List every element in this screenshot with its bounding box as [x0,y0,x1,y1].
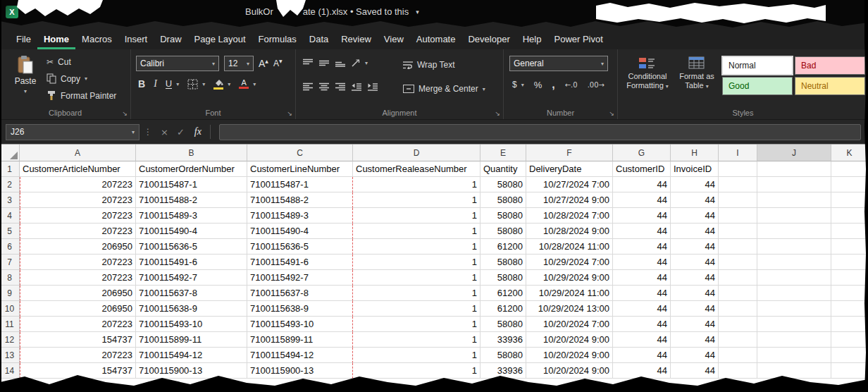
column-header-H[interactable]: H [671,145,719,161]
cell-H9[interactable]: 44 [671,286,719,301]
cell-E8[interactable]: 58080 [480,270,526,286]
cell-D7[interactable]: 1 [353,255,480,270]
italic-button[interactable]: I [154,78,157,90]
cell-C5[interactable]: 7100115490-4 [247,223,353,239]
cell-I6[interactable] [719,239,757,255]
cell-K13[interactable] [831,348,868,363]
tab-formulas[interactable]: Formulas [252,28,303,49]
cell-I1[interactable] [719,161,757,177]
cell-K7[interactable] [831,255,868,270]
tab-insert[interactable]: Insert [118,28,154,49]
cell-A5[interactable]: 207223 [20,223,136,239]
tab-page-layout[interactable]: Page Layout [188,28,252,49]
name-box[interactable]: J26 ▾ [6,124,140,140]
cell-K2[interactable] [831,177,868,192]
row-header-9[interactable]: 9 [0,286,20,301]
cell-J12[interactable] [757,332,831,348]
cell-G6[interactable]: 44 [613,239,671,255]
cell-H1[interactable]: InvoiceID [671,161,719,177]
row-header-14[interactable]: 14 [0,363,20,379]
cell-C1[interactable]: CustomerLineNumber [247,161,353,177]
cell-I4[interactable] [719,208,757,223]
cell-A2[interactable]: 207223 [20,177,136,192]
cell-B4[interactable]: 7100115489-3 [136,208,247,223]
tab-automate[interactable]: Automate [410,28,462,49]
cell-F12[interactable]: 10/20/2024 9:00 [526,332,613,348]
font-dialog-launcher-icon[interactable]: ↘ [287,110,292,117]
cell-H5[interactable]: 44 [671,223,719,239]
cell-K6[interactable] [831,239,868,255]
cell-D9[interactable]: 1 [353,286,480,301]
row-header-2[interactable]: 2 [0,177,20,192]
cell-C6[interactable]: 7100115636-5 [247,239,353,255]
cell-F6[interactable]: 10/28/2024 11:00 [526,239,613,255]
cell-A13[interactable]: 207223 [20,348,136,363]
row-header-11[interactable]: 11 [0,317,20,332]
cell-K9[interactable] [831,286,868,301]
cell-B5[interactable]: 7100115490-4 [136,223,247,239]
cell-F11[interactable]: 10/20/2024 7:00 [526,317,613,332]
cell-J3[interactable] [757,192,831,208]
font-name-combo[interactable]: Calibri ▾ [136,56,219,71]
tab-macros[interactable]: Macros [75,28,118,49]
cell-C3[interactable]: 7100115488-2 [247,192,353,208]
cell-G5[interactable]: 44 [613,223,671,239]
cell-J1[interactable] [757,161,831,177]
cell-A6[interactable]: 206950 [20,239,136,255]
align-left-button[interactable] [303,82,313,91]
cell-B11[interactable]: 7100115493-10 [136,317,247,332]
cell-A11[interactable]: 207223 [20,317,136,332]
cell-I11[interactable] [719,317,757,332]
align-bottom-button[interactable] [335,59,345,67]
cell-G13[interactable]: 44 [613,348,671,363]
cell-H3[interactable]: 44 [671,192,719,208]
cell-B14[interactable]: 7100115900-13 [136,363,247,379]
cell-F2[interactable]: 10/27/2024 7:00 [526,177,613,192]
cell-G14[interactable]: 44 [613,363,671,379]
increase-font-size-button[interactable]: A▲ [259,58,268,69]
cell-D2[interactable]: 1 [353,177,480,192]
column-header-B[interactable]: B [136,145,247,161]
align-right-button[interactable] [335,82,345,91]
cell-K1[interactable] [831,161,868,177]
cell-C7[interactable]: 7100115491-6 [247,255,353,270]
cell-I7[interactable] [719,255,757,270]
cell-H4[interactable]: 44 [671,208,719,223]
alignment-dialog-launcher-icon[interactable]: ↘ [495,110,500,117]
cell-K12[interactable] [831,332,868,348]
cell-H2[interactable]: 44 [671,177,719,192]
merge-center-button[interactable]: Merge & Center ▾ [403,84,485,94]
cell-A12[interactable]: 154737 [20,332,136,348]
style-good[interactable]: Good [722,77,793,95]
tab-help[interactable]: Help [516,28,548,49]
tab-power-pivot[interactable]: Power Pivot [547,28,609,49]
cell-F13[interactable]: 10/20/2024 9:00 [526,348,613,363]
column-header-C[interactable]: C [247,145,353,161]
cell-H13[interactable]: 44 [671,348,719,363]
decrease-font-size-button[interactable]: A▼ [273,59,283,68]
cell-B3[interactable]: 7100115488-2 [136,192,247,208]
cell-B13[interactable]: 7100115494-12 [136,348,247,363]
cell-E13[interactable]: 58080 [480,348,526,363]
cell-B10[interactable]: 7100115638-9 [136,301,247,317]
cell-F7[interactable]: 10/29/2024 7:00 [526,255,613,270]
cell-K4[interactable] [831,208,868,223]
bold-button[interactable]: B [138,78,145,90]
cell-J6[interactable] [757,239,831,255]
cell-E11[interactable]: 58080 [480,317,526,332]
select-all-button[interactable] [0,145,20,161]
cell-F10[interactable]: 10/29/2024 13:00 [526,301,613,317]
cell-F4[interactable]: 10/28/2024 7:00 [526,208,613,223]
cell-F5[interactable]: 10/28/2024 9:00 [526,223,613,239]
cell-K3[interactable] [831,192,868,208]
cell-H11[interactable]: 44 [671,317,719,332]
cell-F8[interactable]: 10/29/2024 9:00 [526,270,613,286]
style-bad[interactable]: Bad [795,56,865,75]
column-header-A[interactable]: A [20,145,136,161]
format-as-table-button[interactable]: Format as Table ▾ [674,56,719,91]
cell-J13[interactable] [757,348,831,363]
cell-G12[interactable]: 44 [613,332,671,348]
cell-J8[interactable] [757,270,831,286]
cell-H6[interactable]: 44 [671,239,719,255]
column-header-G[interactable]: G [613,145,671,161]
